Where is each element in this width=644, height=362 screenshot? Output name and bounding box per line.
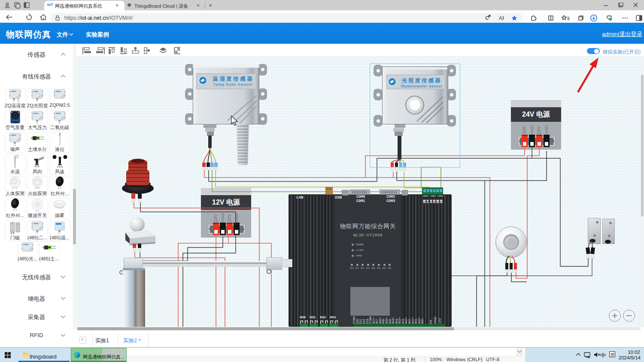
- svg-text:24V: 24V: [536, 126, 541, 134]
- svg-text:12V: 12V: [227, 214, 232, 222]
- svg-text:12V: 12V: [213, 214, 218, 222]
- svg-text:AI0-: AI0-: [420, 318, 424, 324]
- svg-text:GND: GND: [544, 125, 549, 134]
- svg-text:GND: GND: [433, 317, 437, 324]
- svg-text:12V: 12V: [438, 318, 442, 324]
- svg-text:GND: GND: [234, 213, 239, 222]
- svg-text:GND: GND: [529, 125, 534, 134]
- svg-text:24V: 24V: [522, 126, 527, 134]
- svg-text:PE: PE: [429, 320, 433, 324]
- svg-text:A: A: [499, 15, 502, 21]
- svg-text:GND: GND: [220, 213, 225, 222]
